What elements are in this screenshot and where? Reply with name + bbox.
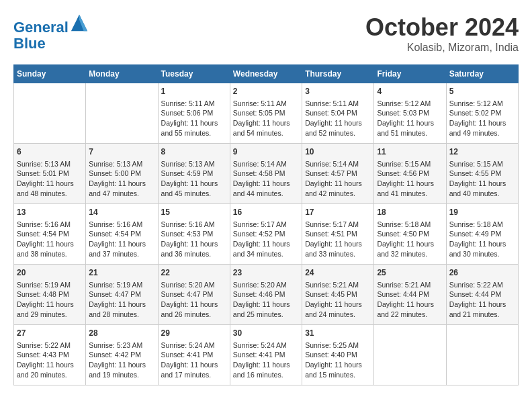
calendar-cell: [374, 325, 446, 385]
day-info: Sunrise: 5:19 AM Sunset: 4:48 PM Dayligh…: [17, 280, 83, 320]
day-info: Sunrise: 5:24 AM Sunset: 4:41 PM Dayligh…: [161, 340, 227, 380]
day-number: 3: [305, 86, 371, 97]
calendar-cell: 9Sunrise: 5:14 AM Sunset: 4:58 PM Daylig…: [230, 144, 302, 204]
calendar-cell: 21Sunrise: 5:19 AM Sunset: 4:47 PM Dayli…: [86, 265, 158, 325]
day-number: 2: [233, 86, 299, 97]
logo-blue: Blue: [13, 35, 46, 52]
day-number: 1: [161, 86, 227, 97]
day-info: Sunrise: 5:24 AM Sunset: 4:41 PM Dayligh…: [233, 340, 299, 380]
calendar-cell: 3Sunrise: 5:11 AM Sunset: 5:04 PM Daylig…: [302, 83, 374, 144]
calendar-cell: 31Sunrise: 5:25 AM Sunset: 4:40 PM Dayli…: [302, 325, 374, 385]
day-number: 5: [449, 86, 515, 97]
calendar-cell: 27Sunrise: 5:22 AM Sunset: 4:43 PM Dayli…: [14, 325, 86, 385]
calendar-cell: 29Sunrise: 5:24 AM Sunset: 4:41 PM Dayli…: [158, 325, 230, 385]
day-info: Sunrise: 5:20 AM Sunset: 4:47 PM Dayligh…: [161, 280, 227, 320]
day-number: 19: [449, 207, 515, 218]
logo: General Blue: [13, 13, 89, 52]
calendar-cell: 5Sunrise: 5:12 AM Sunset: 5:02 PM Daylig…: [446, 83, 518, 144]
day-number: 30: [233, 328, 299, 339]
calendar-cell: 13Sunrise: 5:16 AM Sunset: 4:54 PM Dayli…: [14, 204, 86, 265]
day-number: 13: [17, 207, 83, 218]
day-info: Sunrise: 5:14 AM Sunset: 4:57 PM Dayligh…: [305, 159, 371, 199]
day-number: 23: [233, 267, 299, 279]
day-info: Sunrise: 5:18 AM Sunset: 4:49 PM Dayligh…: [449, 220, 515, 259]
day-number: 7: [89, 146, 154, 158]
day-info: Sunrise: 5:22 AM Sunset: 4:44 PM Dayligh…: [449, 280, 515, 320]
day-info: Sunrise: 5:15 AM Sunset: 4:56 PM Dayligh…: [377, 159, 443, 199]
day-number: 25: [377, 267, 443, 279]
calendar-cell: 19Sunrise: 5:18 AM Sunset: 4:49 PM Dayli…: [446, 204, 518, 265]
calendar-cell: 17Sunrise: 5:17 AM Sunset: 4:51 PM Dayli…: [302, 204, 374, 265]
calendar-cell: 26Sunrise: 5:22 AM Sunset: 4:44 PM Dayli…: [446, 265, 518, 325]
calendar-table: SundayMondayTuesdayWednesdayThursdayFrid…: [13, 64, 519, 385]
title-block: October 2024 Kolasib, Mizoram, India: [365, 13, 519, 54]
header-day-thursday: Thursday: [302, 65, 374, 83]
header-day-wednesday: Wednesday: [230, 65, 302, 83]
calendar-cell: 8Sunrise: 5:13 AM Sunset: 4:59 PM Daylig…: [158, 144, 230, 204]
day-number: 4: [377, 86, 443, 97]
day-info: Sunrise: 5:16 AM Sunset: 4:54 PM Dayligh…: [89, 220, 154, 259]
week-row-3: 13Sunrise: 5:16 AM Sunset: 4:54 PM Dayli…: [14, 204, 519, 265]
week-row-1: 1Sunrise: 5:11 AM Sunset: 5:06 PM Daylig…: [14, 83, 519, 144]
day-info: Sunrise: 5:17 AM Sunset: 4:52 PM Dayligh…: [233, 220, 299, 259]
day-number: 31: [305, 328, 371, 339]
day-info: Sunrise: 5:15 AM Sunset: 4:55 PM Dayligh…: [449, 159, 515, 199]
header-day-monday: Monday: [86, 65, 158, 83]
calendar-cell: [446, 325, 518, 385]
day-info: Sunrise: 5:23 AM Sunset: 4:42 PM Dayligh…: [89, 340, 154, 380]
day-number: 22: [161, 267, 227, 279]
day-info: Sunrise: 5:13 AM Sunset: 5:01 PM Dayligh…: [17, 159, 83, 199]
calendar-cell: 6Sunrise: 5:13 AM Sunset: 5:01 PM Daylig…: [14, 144, 86, 204]
day-info: Sunrise: 5:12 AM Sunset: 5:02 PM Dayligh…: [449, 99, 515, 138]
calendar-cell: 11Sunrise: 5:15 AM Sunset: 4:56 PM Dayli…: [374, 144, 446, 204]
header-day-friday: Friday: [374, 65, 446, 83]
calendar-cell: 14Sunrise: 5:16 AM Sunset: 4:54 PM Dayli…: [86, 204, 158, 265]
calendar-cell: 4Sunrise: 5:12 AM Sunset: 5:03 PM Daylig…: [374, 83, 446, 144]
day-info: Sunrise: 5:13 AM Sunset: 5:00 PM Dayligh…: [89, 159, 154, 199]
calendar-cell: 16Sunrise: 5:17 AM Sunset: 4:52 PM Dayli…: [230, 204, 302, 265]
day-info: Sunrise: 5:11 AM Sunset: 5:04 PM Dayligh…: [305, 99, 371, 138]
calendar-cell: 24Sunrise: 5:21 AM Sunset: 4:45 PM Dayli…: [302, 265, 374, 325]
day-number: 14: [89, 207, 154, 218]
week-row-4: 20Sunrise: 5:19 AM Sunset: 4:48 PM Dayli…: [14, 265, 519, 325]
calendar-cell: 12Sunrise: 5:15 AM Sunset: 4:55 PM Dayli…: [446, 144, 518, 204]
day-number: 12: [449, 146, 515, 158]
calendar-cell: 28Sunrise: 5:23 AM Sunset: 4:42 PM Dayli…: [86, 325, 158, 385]
day-number: 17: [305, 207, 371, 218]
calendar-cell: 15Sunrise: 5:16 AM Sunset: 4:53 PM Dayli…: [158, 204, 230, 265]
calendar-cell: 2Sunrise: 5:11 AM Sunset: 5:05 PM Daylig…: [230, 83, 302, 144]
calendar-cell: 1Sunrise: 5:11 AM Sunset: 5:06 PM Daylig…: [158, 83, 230, 144]
header-row: SundayMondayTuesdayWednesdayThursdayFrid…: [14, 65, 519, 83]
calendar-title: October 2024: [365, 13, 519, 42]
week-row-5: 27Sunrise: 5:22 AM Sunset: 4:43 PM Dayli…: [14, 325, 519, 385]
day-info: Sunrise: 5:16 AM Sunset: 4:53 PM Dayligh…: [161, 220, 227, 259]
day-number: 6: [17, 146, 83, 158]
day-info: Sunrise: 5:20 AM Sunset: 4:46 PM Dayligh…: [233, 280, 299, 320]
calendar-cell: 18Sunrise: 5:18 AM Sunset: 4:50 PM Dayli…: [374, 204, 446, 265]
day-info: Sunrise: 5:19 AM Sunset: 4:47 PM Dayligh…: [89, 280, 154, 320]
day-info: Sunrise: 5:21 AM Sunset: 4:44 PM Dayligh…: [377, 280, 443, 320]
day-info: Sunrise: 5:18 AM Sunset: 4:50 PM Dayligh…: [377, 220, 443, 259]
calendar-cell: 23Sunrise: 5:20 AM Sunset: 4:46 PM Dayli…: [230, 265, 302, 325]
calendar-cell: 25Sunrise: 5:21 AM Sunset: 4:44 PM Dayli…: [374, 265, 446, 325]
day-info: Sunrise: 5:11 AM Sunset: 5:06 PM Dayligh…: [161, 99, 227, 138]
header-day-saturday: Saturday: [446, 65, 518, 83]
day-number: 10: [305, 146, 371, 158]
day-number: 28: [89, 328, 154, 339]
calendar-cell: [86, 83, 158, 144]
day-number: 21: [89, 267, 154, 279]
header-day-tuesday: Tuesday: [158, 65, 230, 83]
calendar-cell: 30Sunrise: 5:24 AM Sunset: 4:41 PM Dayli…: [230, 325, 302, 385]
day-info: Sunrise: 5:17 AM Sunset: 4:51 PM Dayligh…: [305, 220, 371, 259]
logo-icon: [70, 13, 89, 32]
day-info: Sunrise: 5:12 AM Sunset: 5:03 PM Dayligh…: [377, 99, 443, 138]
calendar-cell: 20Sunrise: 5:19 AM Sunset: 4:48 PM Dayli…: [14, 265, 86, 325]
calendar-cell: 7Sunrise: 5:13 AM Sunset: 5:00 PM Daylig…: [86, 144, 158, 204]
day-info: Sunrise: 5:21 AM Sunset: 4:45 PM Dayligh…: [305, 280, 371, 320]
day-number: 15: [161, 207, 227, 218]
calendar-cell: 10Sunrise: 5:14 AM Sunset: 4:57 PM Dayli…: [302, 144, 374, 204]
week-row-2: 6Sunrise: 5:13 AM Sunset: 5:01 PM Daylig…: [14, 144, 519, 204]
day-number: 16: [233, 207, 299, 218]
day-info: Sunrise: 5:25 AM Sunset: 4:40 PM Dayligh…: [305, 340, 371, 380]
day-info: Sunrise: 5:16 AM Sunset: 4:54 PM Dayligh…: [17, 220, 83, 259]
